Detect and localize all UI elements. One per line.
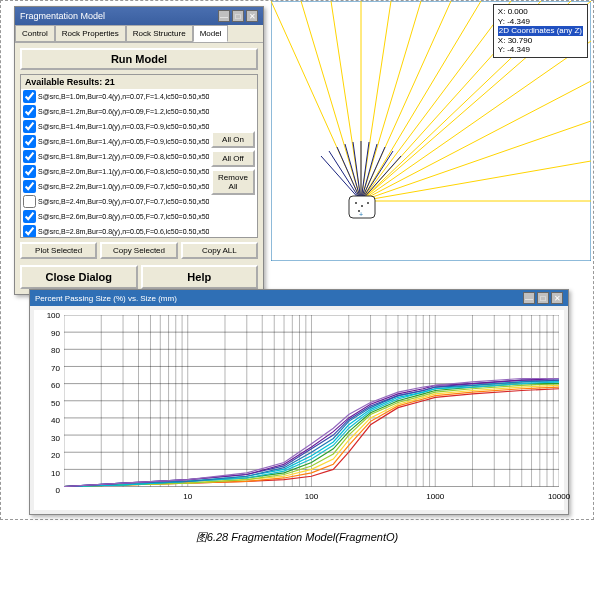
y-tick: 70 xyxy=(51,363,60,372)
svg-line-15 xyxy=(361,121,591,201)
y-tick: 0 xyxy=(56,486,60,495)
svg-line-13 xyxy=(361,41,591,201)
list-item[interactable]: S@src,B=1.6m,Bur=1.4(y),n=0.05,F=0.9,lc5… xyxy=(21,134,209,149)
svg-line-2 xyxy=(301,1,361,201)
tab-rock-structure[interactable]: Rock Structure xyxy=(126,25,193,42)
result-text: S@src,B=1.0m,Bur=0.4(y),n=0.07,F=1.4,lc5… xyxy=(38,93,209,100)
svg-line-6 xyxy=(361,1,421,201)
results-header: Available Results: 21 xyxy=(21,75,257,89)
list-item[interactable]: S@src,B=1.4m,Bur=1.0(y),n=0.03,F=0.9,lc5… xyxy=(21,119,209,134)
chart-window: Percent Passing Size (%) vs. Size (mm) —… xyxy=(29,289,569,515)
results-list[interactable]: S@src,B=1.0m,Bur=0.4(y),n=0.07,F=1.4,lc5… xyxy=(21,89,209,237)
copy-selected-button[interactable]: Copy Selected xyxy=(100,242,177,259)
coord-y2: Y: -4.349 xyxy=(498,45,583,55)
dialog-title: Fragmentation Model xyxy=(20,11,105,21)
result-checkbox[interactable] xyxy=(23,180,36,193)
y-tick: 40 xyxy=(51,416,60,425)
result-checkbox[interactable] xyxy=(23,225,36,237)
workspace-canvas: + X: 0.000 Y: -4.349 2D Coordinates (any… xyxy=(0,0,594,520)
maximize-icon[interactable]: □ xyxy=(537,292,549,304)
y-tick: 10 xyxy=(51,468,60,477)
svg-point-30 xyxy=(355,202,357,204)
chart-title: Percent Passing Size (%) vs. Size (mm) xyxy=(35,294,177,303)
result-text: S@src,B=1.2m,Bur=0.6(y),n=0.09,F=1.2,lc5… xyxy=(38,108,209,115)
svg-line-9 xyxy=(361,1,511,201)
result-checkbox[interactable] xyxy=(23,135,36,148)
tab-control[interactable]: Control xyxy=(15,25,55,42)
help-button[interactable]: Help xyxy=(141,265,259,289)
coord-x2: X: 30.790 xyxy=(498,36,583,46)
all-on-button[interactable]: All On xyxy=(211,131,255,148)
result-text: S@src,B=2.2m,Bur=1.0(y),n=0.09,F=0.7,lc5… xyxy=(38,183,209,190)
fragmentation-dialog: Fragmentation Model — □ ✕ ControlRock Pr… xyxy=(14,6,264,295)
result-text: S@src,B=2.0m,Bur=1.1(y),n=0.06,F=0.8,lc5… xyxy=(38,168,209,175)
svg-line-19 xyxy=(329,151,361,201)
svg-line-8 xyxy=(361,1,481,201)
x-tick: 10000 xyxy=(548,492,570,501)
y-tick: 60 xyxy=(51,381,60,390)
list-item[interactable]: S@src,B=2.4m,Bur=0.9(y),n=0.07,F=0.7,lc5… xyxy=(21,194,209,209)
close-icon[interactable]: ✕ xyxy=(246,10,258,22)
all-off-button[interactable]: All Off xyxy=(211,150,255,167)
result-text: S@src,B=2.6m,Bur=0.8(y),n=0.05,F=0.7,lc5… xyxy=(38,213,209,220)
result-checkbox[interactable] xyxy=(23,210,36,223)
close-icon[interactable]: ✕ xyxy=(551,292,563,304)
result-checkbox[interactable] xyxy=(23,165,36,178)
result-checkbox[interactable] xyxy=(23,105,36,118)
result-checkbox[interactable] xyxy=(23,195,36,208)
y-tick: 100 xyxy=(47,311,60,320)
remove-all-button[interactable]: Remove All xyxy=(211,169,255,195)
result-checkbox[interactable] xyxy=(23,120,36,133)
y-tick: 80 xyxy=(51,346,60,355)
result-text: S@src,B=2.8m,Bur=0.8(y),n=0.05,F=0.6,lc5… xyxy=(38,228,209,235)
result-checkbox[interactable] xyxy=(23,150,36,163)
coord-y1: Y: -4.349 xyxy=(498,17,583,27)
x-tick: 100 xyxy=(305,492,318,501)
list-item[interactable]: S@src,B=2.0m,Bur=1.1(y),n=0.06,F=0.8,lc5… xyxy=(21,164,209,179)
close-dialog-button[interactable]: Close Dialog xyxy=(20,265,138,289)
chart-titlebar[interactable]: Percent Passing Size (%) vs. Size (mm) —… xyxy=(30,290,568,306)
svg-line-16 xyxy=(361,161,591,201)
result-text: S@src,B=1.8m,Bur=1.2(y),n=0.09,F=0.8,lc5… xyxy=(38,153,209,160)
x-tick: 1000 xyxy=(426,492,444,501)
list-item[interactable]: S@src,B=1.0m,Bur=0.4(y),n=0.07,F=1.4,lc5… xyxy=(21,89,209,104)
list-item[interactable]: S@src,B=2.2m,Bur=1.0(y),n=0.09,F=0.7,lc5… xyxy=(21,179,209,194)
y-tick: 50 xyxy=(51,398,60,407)
tab-model[interactable]: Model xyxy=(193,25,229,42)
dialog-titlebar[interactable]: Fragmentation Model — □ ✕ xyxy=(15,7,263,25)
chart-area: 0102030405060708090100 10100100010000 xyxy=(34,310,564,510)
result-text: S@src,B=1.4m,Bur=1.0(y),n=0.03,F=0.9,lc5… xyxy=(38,123,209,130)
y-tick: 20 xyxy=(51,451,60,460)
tab-rock-properties[interactable]: Rock Properties xyxy=(55,25,126,42)
svg-line-27 xyxy=(361,151,393,201)
plot-selected-button[interactable]: Plot Selected xyxy=(20,242,97,259)
minimize-icon[interactable]: — xyxy=(218,10,230,22)
maximize-icon[interactable]: □ xyxy=(232,10,244,22)
coord-mode: 2D Coordinates (any Z) xyxy=(498,26,583,36)
coord-x1: X: 0.000 xyxy=(498,7,583,17)
svg-point-32 xyxy=(367,202,369,204)
list-item[interactable]: S@src,B=1.8m,Bur=1.2(y),n=0.09,F=0.8,lc5… xyxy=(21,149,209,164)
result-checkbox[interactable] xyxy=(23,90,36,103)
minimize-icon[interactable]: — xyxy=(523,292,535,304)
list-item[interactable]: S@src,B=2.6m,Bur=0.8(y),n=0.05,F=0.7,lc5… xyxy=(21,209,209,224)
svg-line-14 xyxy=(361,81,591,201)
run-model-button[interactable]: Run Model xyxy=(20,48,258,70)
result-text: S@src,B=2.4m,Bur=0.9(y),n=0.07,F=0.7,lc5… xyxy=(38,198,209,205)
figure-caption: 图6.28 Fragmentation Model(FragmentO) xyxy=(0,530,594,545)
list-item[interactable]: S@src,B=2.8m,Bur=0.8(y),n=0.05,F=0.6,lc5… xyxy=(21,224,209,237)
x-tick: 10 xyxy=(183,492,192,501)
chart-plot xyxy=(64,315,559,487)
y-tick: 30 xyxy=(51,433,60,442)
list-item[interactable]: S@src,B=1.2m,Bur=0.6(y),n=0.09,F=1.2,lc5… xyxy=(21,104,209,119)
dialog-tabs: ControlRock PropertiesRock StructureMode… xyxy=(15,25,263,43)
coordinate-readout: X: 0.000 Y: -4.349 2D Coordinates (any Z… xyxy=(493,4,588,58)
svg-text:+: + xyxy=(359,211,363,218)
svg-point-31 xyxy=(361,205,363,207)
y-tick: 90 xyxy=(51,328,60,337)
result-text: S@src,B=1.6m,Bur=1.4(y),n=0.05,F=0.9,lc5… xyxy=(38,138,209,145)
copy-all-button[interactable]: Copy ALL xyxy=(181,242,258,259)
